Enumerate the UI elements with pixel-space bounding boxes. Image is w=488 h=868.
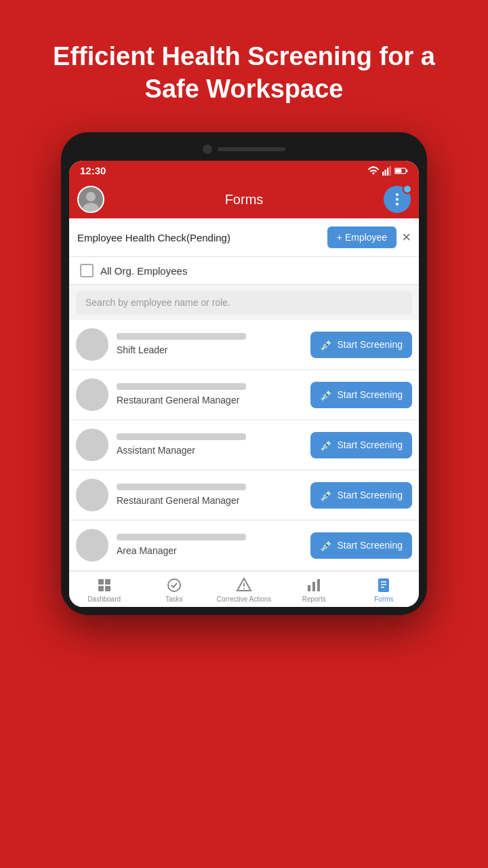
svg-point-7 bbox=[86, 192, 96, 201]
phone-speaker bbox=[218, 147, 285, 151]
phone-screen: 12:30 bbox=[69, 161, 419, 607]
svg-point-13 bbox=[168, 579, 180, 591]
avatar bbox=[76, 479, 108, 511]
start-screening-button[interactable]: 💉 Start Screening bbox=[310, 482, 413, 509]
employee-name-placeholder bbox=[117, 383, 246, 390]
employee-name-placeholder bbox=[117, 333, 246, 340]
search-bar[interactable]: Search by employee name or role. bbox=[76, 290, 412, 315]
stethoscope-icon: 💉 bbox=[320, 338, 333, 351]
table-row: Area Manager 💉 Start Screening bbox=[69, 521, 419, 570]
all-org-employees-label: All Org. Employees bbox=[100, 265, 187, 277]
start-screening-button[interactable]: 💉 Start Screening bbox=[310, 332, 413, 358]
svg-rect-3 bbox=[390, 166, 391, 176]
svg-rect-17 bbox=[308, 585, 310, 591]
sidebar-item-tasks[interactable]: Tasks bbox=[139, 577, 209, 603]
table-row: Restaurant General Manager 💉 Start Scree… bbox=[69, 370, 419, 419]
sidebar-item-forms[interactable]: Forms bbox=[349, 577, 419, 603]
avatar-image bbox=[79, 187, 103, 212]
svg-rect-1 bbox=[385, 170, 386, 176]
employee-name-placeholder bbox=[117, 433, 246, 440]
reports-icon bbox=[306, 577, 322, 593]
battery-icon bbox=[394, 167, 408, 175]
tasks-icon bbox=[166, 577, 182, 593]
employee-role: Area Manager bbox=[117, 545, 177, 556]
stethoscope-icon: 💉 bbox=[320, 389, 333, 401]
bottom-nav: Dashboard Tasks Corrective Actions bbox=[69, 571, 419, 607]
status-time: 12:30 bbox=[80, 165, 106, 176]
phone-device: 12:30 bbox=[61, 132, 427, 615]
add-employee-button[interactable]: + Employee bbox=[327, 226, 396, 248]
avatar bbox=[76, 429, 108, 461]
svg-rect-19 bbox=[317, 579, 320, 591]
phone-notch bbox=[69, 144, 419, 154]
status-icons bbox=[367, 166, 408, 176]
stethoscope-icon: 💉 bbox=[320, 489, 333, 502]
employee-role: Assistant Manager bbox=[117, 445, 195, 456]
employee-role: Restaurant General Manager bbox=[117, 395, 239, 406]
notification-badge bbox=[403, 184, 412, 194]
sidebar-item-reports[interactable]: Reports bbox=[279, 577, 349, 603]
svg-rect-11 bbox=[98, 586, 104, 591]
all-org-employees-checkbox[interactable] bbox=[80, 264, 94, 277]
employee-role: Restaurant General Manager bbox=[117, 495, 239, 506]
modal-actions: + Employee × bbox=[327, 226, 411, 248]
start-screening-button[interactable]: 💉 Start Screening bbox=[310, 532, 413, 559]
close-button[interactable]: × bbox=[402, 230, 411, 245]
all-org-employees-row: All Org. Employees bbox=[69, 257, 419, 285]
signal-icon bbox=[382, 166, 392, 176]
employee-info: Restaurant General Manager bbox=[117, 484, 302, 507]
start-screening-button[interactable]: 💉 Start Screening bbox=[310, 432, 413, 458]
svg-rect-2 bbox=[387, 167, 388, 176]
svg-point-8 bbox=[83, 203, 99, 212]
start-screening-label: Start Screening bbox=[338, 540, 403, 551]
employee-info: Area Manager bbox=[117, 534, 302, 557]
sidebar-item-dashboard[interactable]: Dashboard bbox=[69, 577, 139, 603]
modal-header: Employee Health Check(Pending) + Employe… bbox=[69, 218, 419, 257]
employee-info: Restaurant General Manager bbox=[117, 383, 302, 406]
svg-rect-9 bbox=[98, 579, 104, 585]
nav-forms-label: Forms bbox=[374, 595, 393, 603]
more-vert-icon bbox=[396, 193, 399, 205]
employee-name-placeholder bbox=[117, 534, 246, 540]
table-row: Restaurant General Manager 💉 Start Scree… bbox=[69, 471, 419, 519]
nav-tasks-label: Tasks bbox=[165, 595, 183, 603]
avatar bbox=[76, 378, 108, 411]
svg-rect-12 bbox=[105, 586, 110, 591]
table-row: Assistant Manager 💉 Start Screening bbox=[69, 420, 419, 469]
svg-rect-18 bbox=[312, 582, 315, 591]
app-bar-title: Forms bbox=[225, 192, 264, 208]
nav-corrective-label: Corrective Actions bbox=[217, 595, 272, 603]
app-bar: Forms bbox=[69, 180, 419, 218]
nav-dashboard-label: Dashboard bbox=[87, 595, 121, 603]
svg-rect-20 bbox=[378, 578, 389, 592]
start-screening-label: Start Screening bbox=[338, 339, 403, 350]
stethoscope-icon: 💉 bbox=[320, 539, 333, 552]
employee-info: Assistant Manager bbox=[117, 433, 302, 456]
sidebar-item-corrective-actions[interactable]: Corrective Actions bbox=[209, 577, 279, 603]
start-screening-label: Start Screening bbox=[338, 439, 403, 450]
phone-camera bbox=[203, 144, 212, 154]
dashboard-icon bbox=[96, 577, 113, 593]
employee-name-placeholder bbox=[117, 484, 246, 490]
table-row: Shift Leader 💉 Start Screening bbox=[69, 320, 419, 369]
employee-info: Shift Leader bbox=[117, 333, 302, 356]
avatar bbox=[76, 328, 108, 361]
nav-reports-label: Reports bbox=[302, 595, 326, 603]
modal-title: Employee Health Check(Pending) bbox=[77, 232, 230, 243]
status-bar: 12:30 bbox=[69, 161, 419, 180]
start-screening-button[interactable]: 💉 Start Screening bbox=[310, 382, 413, 408]
start-screening-label: Start Screening bbox=[338, 389, 403, 400]
stethoscope-icon: 💉 bbox=[320, 439, 333, 452]
avatar[interactable] bbox=[77, 186, 104, 213]
forms-icon bbox=[375, 577, 392, 593]
svg-rect-6 bbox=[395, 169, 401, 172]
corrective-icon bbox=[236, 577, 252, 593]
svg-rect-10 bbox=[105, 579, 110, 585]
start-screening-label: Start Screening bbox=[338, 490, 403, 500]
wifi-icon bbox=[367, 166, 380, 176]
svg-point-16 bbox=[243, 588, 245, 589]
employee-role: Shift Leader bbox=[117, 344, 168, 355]
hero-title: Efficient Health Screening for a Safe Wo… bbox=[0, 0, 488, 132]
avatar bbox=[76, 529, 108, 561]
menu-button[interactable] bbox=[384, 186, 411, 213]
